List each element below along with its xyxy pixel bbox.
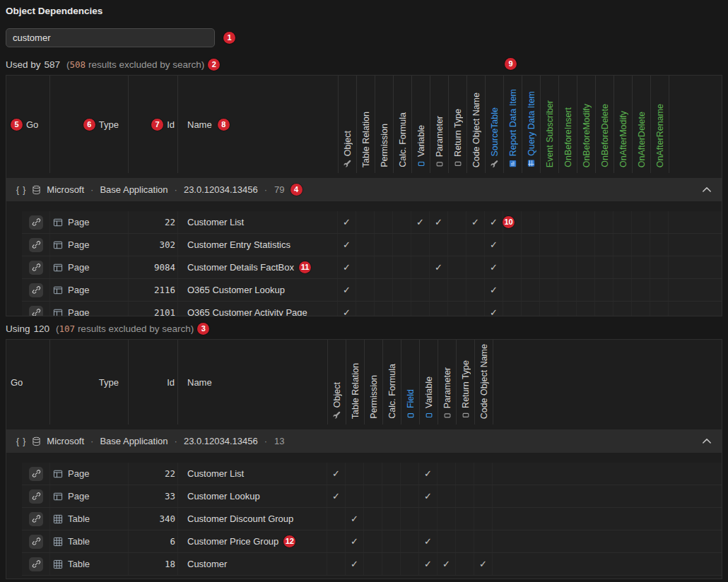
group-header-row[interactable]: { }Microsoft·Base Application·23.0.12034… [6,178,722,201]
check-cell [650,302,669,316]
object-name-text: Customer List [187,217,244,227]
column-label: Return Type [453,109,463,157]
excluded-note: (508 results excluded by search) [66,59,204,71]
dependency-row[interactable]: Table340Customer Discount Group✓ [22,508,722,530]
go-button[interactable] [29,215,43,230]
check-icon: ✓ [490,308,498,316]
go-button[interactable] [29,512,43,526]
column-label: Object [332,382,342,408]
go-cell [22,234,50,256]
column-header-variable: Variable [419,340,438,424]
check-cell [356,211,375,233]
go-button[interactable] [29,261,43,275]
check-icon: ✓ [343,285,351,295]
check-cell [632,302,650,316]
check-cell [356,234,375,256]
column-label: Query Data Item [527,91,536,156]
vertical-label: Table Relation [361,112,371,173]
go-button[interactable] [29,535,43,549]
check-cell [327,508,346,530]
dependency-row[interactable]: Table6Customer Price Group12✓✓ [22,530,722,553]
go-button[interactable] [29,557,43,571]
vertical-label: OnBeforeDelete [600,104,610,173]
column-label: Object [343,131,353,156]
go-button[interactable] [29,283,43,297]
check-cell [632,256,650,278]
annotation-badge: 12 [283,535,295,547]
vertical-label: Return Type [453,109,463,173]
column-header-sourcetable: SourceTable [485,76,503,173]
column-label: Go [11,377,23,388]
go-button[interactable] [29,489,43,504]
check-cell [448,256,466,278]
check-cell: ✓ [466,211,485,233]
excluded-text: results excluded by search) [86,59,204,70]
object-dependencies-panel: Object Dependencies 1 Used by 587 (508 r… [0,0,728,582]
dependency-row[interactable]: Page33Customer Lookup✓✓ [22,485,722,508]
object-id: 22 [129,463,178,485]
check-cell [430,234,448,256]
check-icon: ✓ [490,240,498,249]
column-header-code-object-name: Code Object Name [474,340,493,424]
vertical-label: Permission [369,375,379,424]
check-cell [364,485,382,507]
dependency-row[interactable]: Table18Customer✓✓✓✓ [22,553,722,576]
check-cell [595,302,613,316]
check-cell [438,508,456,530]
column-header-calc-formula: Calc. Formula [382,340,401,424]
check-cell [466,302,485,316]
column-label: Event Subscriber [545,100,555,167]
dependency-row[interactable]: Page2116O365 Customer Lookup✓✓ [22,279,722,302]
vertical-label: Report Data Item [508,89,518,173]
separator-dot: · [90,184,93,195]
check-cell [327,530,346,552]
check-cell: ✓ [430,211,448,233]
chevron-up-icon[interactable] [700,185,713,194]
chevron-up-icon[interactable] [700,436,713,446]
annotation-badge: 5 [11,119,23,131]
type-cell: Page [50,463,129,485]
using-summary: Using 120 (107 results excluded by searc… [6,323,722,335]
dependency-row[interactable]: Page302Customer Entry Statistics✓✓ [22,234,722,256]
check-cell [401,485,419,507]
check-cell [613,302,632,316]
dependency-row[interactable]: Page9084Customer Details FactBox11✓✓✓ [22,256,722,279]
check-cell: ✓ [474,553,493,575]
check-cell [577,256,595,278]
check-cell [558,256,577,278]
app-version: 23.0.12034.13456 [184,436,258,446]
page-icon [52,240,64,250]
check-cell [503,234,522,256]
check-cell [375,234,393,256]
check-cell [375,279,393,301]
check-cell [632,279,650,301]
go-button[interactable] [29,238,43,252]
go-button[interactable] [29,306,43,316]
object-name-text: O365 Customer Activity Page [187,307,307,316]
go-cell [22,553,50,575]
check-cell [558,211,577,233]
dependency-row[interactable]: Page22Customer List✓✓✓✓✓10 [22,211,722,234]
column-header-report-data-item: Report Data Item [503,76,522,173]
column-header-name: Name8 [178,76,338,173]
check-icon: ✓ [471,218,479,227]
check-cell [558,279,577,301]
object-name: O365 Customer Lookup [178,279,338,301]
check-icon: ✓ [442,559,450,569]
dependency-row[interactable]: Page2101O365 Customer Activity Page✓✓ [22,302,722,316]
check-cell [393,279,411,301]
search-input[interactable] [6,28,215,47]
dependency-row[interactable]: Page22Customer List✓✓ [22,463,722,485]
symbol-gray-icon [444,412,451,419]
table-body: Page22Customer List✓✓✓✓✓10Page302Custome… [6,201,722,316]
type-cell: Table [50,530,129,552]
object-name-text: O365 Customer Lookup [187,285,285,295]
check-cell [393,256,411,278]
type-cell: Page [50,234,129,256]
check-cell [411,279,430,301]
go-button[interactable] [29,467,43,481]
check-cell [401,553,419,575]
check-cell [364,530,382,552]
group-header-row[interactable]: { }Microsoft·Base Application·23.0.12034… [6,429,722,453]
separator-dot: · [175,184,177,195]
